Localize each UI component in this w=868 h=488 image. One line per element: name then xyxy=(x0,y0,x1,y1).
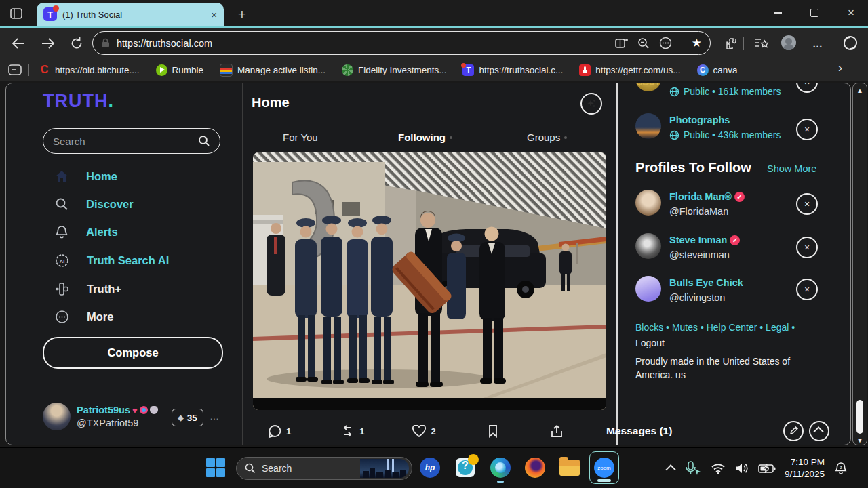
bookmark-bitchute[interactable]: C https://old.bitchute.... xyxy=(39,64,140,76)
messages-bar[interactable]: Messages (1) xyxy=(606,415,851,445)
gettr-icon xyxy=(579,64,591,76)
retruth-button[interactable]: 1 xyxy=(340,424,364,438)
hp-app-icon[interactable]: hp xyxy=(419,457,441,479)
dismiss-profile-button[interactable]: × xyxy=(796,279,818,300)
messages-compose-button[interactable] xyxy=(783,421,804,441)
clock[interactable]: 7:10 PM9/11/2025 xyxy=(785,456,825,481)
profile-avatar[interactable] xyxy=(635,276,661,302)
tab-for-you[interactable]: For You xyxy=(283,131,318,143)
tab-close-icon[interactable]: × xyxy=(211,9,217,20)
close-button[interactable]: × xyxy=(840,4,863,22)
extensions-icon[interactable] xyxy=(721,34,741,53)
like-button[interactable]: 2 xyxy=(412,425,435,438)
sidebar-item-truth-plus[interactable]: Truth+ xyxy=(55,280,231,298)
microphone-icon[interactable] xyxy=(684,461,702,476)
compose-button[interactable]: Compose xyxy=(43,337,223,369)
profile-name[interactable]: Bulls Eye Chick xyxy=(669,277,743,288)
new-tab-button[interactable]: + xyxy=(232,4,252,24)
reply-button[interactable]: 1 xyxy=(268,424,291,439)
video-player[interactable] xyxy=(253,152,606,410)
maximize-button[interactable] xyxy=(803,4,826,22)
profile-avatar[interactable] xyxy=(781,35,796,50)
wifi-icon[interactable] xyxy=(711,463,726,474)
bookmark-truthsocial[interactable]: T https://truthsocial.c... xyxy=(462,64,563,76)
firefox-app-icon[interactable] xyxy=(524,457,546,479)
active-tab[interactable]: T (1) Truth Social × xyxy=(37,3,224,26)
dismiss-profile-button[interactable]: × xyxy=(796,237,818,258)
verified-badge: ✓ xyxy=(734,192,745,202)
messages-expand-button[interactable] xyxy=(809,421,829,441)
sidebar-item-discover[interactable]: Discover xyxy=(55,195,231,213)
volume-icon[interactable] xyxy=(734,462,749,474)
bell-icon xyxy=(55,225,68,239)
more-tools-icon[interactable] xyxy=(659,37,672,49)
dismiss-group-button[interactable]: × xyxy=(796,83,818,93)
new-truth-button[interactable] xyxy=(580,93,602,115)
group-name[interactable]: Photographs xyxy=(669,115,730,125)
bookmark-listings[interactable]: Manage active listin... xyxy=(220,64,326,77)
zoom-out-icon[interactable] xyxy=(637,37,650,49)
bookmark-gettr[interactable]: https://gettr.com/us... xyxy=(579,64,680,76)
file-explorer-icon[interactable] xyxy=(559,457,580,479)
user-avatar[interactable] xyxy=(43,403,71,430)
minimize-button[interactable] xyxy=(766,4,789,22)
bookmark-icon xyxy=(488,424,498,438)
sidebar-item-more[interactable]: More xyxy=(55,308,231,325)
truth-icon: T xyxy=(462,64,474,76)
back-button[interactable] xyxy=(8,34,28,53)
gems-badge[interactable]: ◆ 35 xyxy=(172,409,203,426)
address-bar[interactable]: https://truthsocial.com ★ xyxy=(92,31,711,55)
tab-activity-icon[interactable] xyxy=(7,5,26,22)
sidebar-item-alerts[interactable]: Alerts xyxy=(55,223,231,241)
help-app-icon[interactable] xyxy=(454,457,476,479)
footer-links[interactable]: Blocks • Mutes • Help Center • Legal • xyxy=(635,321,817,336)
forward-button[interactable] xyxy=(38,34,58,53)
notification-bell-icon[interactable]: z xyxy=(833,461,848,476)
group-avatar[interactable] xyxy=(635,113,661,139)
bookmark-star-icon[interactable]: ★ xyxy=(692,36,702,50)
user-display-name[interactable]: Patriot59us ♥ xyxy=(77,405,158,415)
bookmark-canva[interactable]: C canva xyxy=(697,64,738,76)
profile-name[interactable]: Florida Man®✓ xyxy=(669,191,745,202)
copilot-icon[interactable] xyxy=(840,34,860,53)
edge-app-icon[interactable] xyxy=(490,457,511,479)
bookmarks-sidebar-icon[interactable] xyxy=(8,64,22,75)
tab-groups[interactable]: Groups xyxy=(527,131,567,143)
sidebar-item-home[interactable]: Home xyxy=(55,167,231,185)
page-scrollbar[interactable] xyxy=(852,83,867,445)
more-icon xyxy=(55,310,69,324)
url-text[interactable]: https://truthsocial.com xyxy=(117,38,608,49)
profile-avatar[interactable] xyxy=(635,190,661,216)
page-title: Home xyxy=(252,95,290,110)
start-button[interactable] xyxy=(206,458,225,477)
group-name[interactable]: $DJT xyxy=(637,83,660,87)
profile-more-icon[interactable]: … xyxy=(210,411,220,422)
truth-plus-icon xyxy=(55,283,69,296)
share-button[interactable] xyxy=(550,424,564,439)
scrollbar-thumb[interactable] xyxy=(856,400,863,434)
sidebar-item-truth-search-ai[interactable]: AI Truth Search AI xyxy=(55,251,231,269)
bookmark-button[interactable] xyxy=(488,424,498,438)
profile-avatar[interactable] xyxy=(635,233,661,259)
tab-following[interactable]: Following xyxy=(398,131,452,143)
bookmark-fidelity[interactable]: Fidelity Investments... xyxy=(342,64,447,76)
logout-link[interactable]: Logout xyxy=(635,336,665,350)
profile-name[interactable]: Steve Inman✓ xyxy=(669,235,740,245)
zoom-app-icon[interactable]: zoom xyxy=(589,451,619,484)
search-input[interactable]: Search xyxy=(43,128,220,154)
column-divider-right xyxy=(616,83,618,445)
refresh-button[interactable] xyxy=(66,34,87,53)
dismiss-profile-button[interactable]: × xyxy=(796,193,818,215)
scroll-up-icon[interactable]: ▲ xyxy=(856,87,864,94)
truth-logo[interactable]: TRUTH. xyxy=(43,91,114,112)
taskbar-search[interactable]: Search xyxy=(236,457,412,480)
dismiss-group-button[interactable]: × xyxy=(796,119,818,140)
bookmark-rumble[interactable]: Rumble xyxy=(156,64,204,76)
show-more-link[interactable]: Show More xyxy=(767,163,816,174)
split-screen-icon[interactable] xyxy=(615,37,628,49)
settings-more-icon[interactable]: … xyxy=(812,38,824,49)
favorites-icon[interactable] xyxy=(751,34,772,53)
battery-icon[interactable] xyxy=(758,464,776,474)
bookmarks-overflow-icon[interactable]: › xyxy=(838,61,842,75)
scroll-down-icon[interactable]: ▼ xyxy=(856,436,864,444)
